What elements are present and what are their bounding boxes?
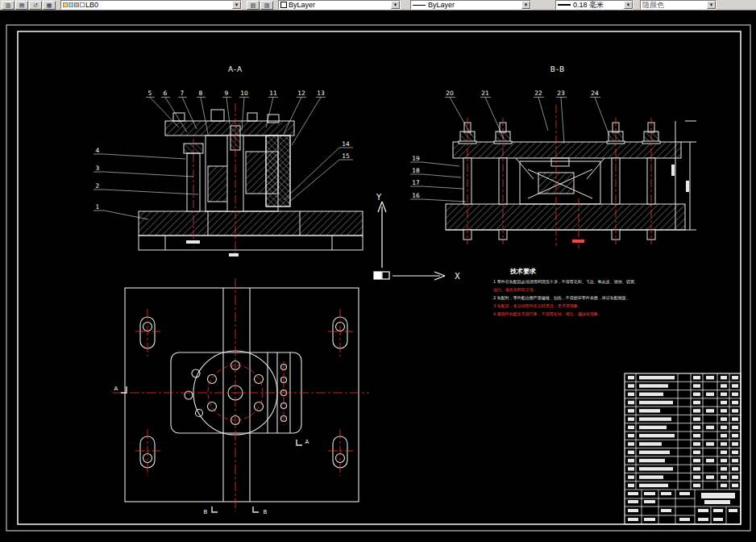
part-label: 8 bbox=[199, 90, 203, 97]
part-label: 19 bbox=[412, 155, 420, 162]
part-label: 5 bbox=[148, 90, 152, 97]
part-label: 15 bbox=[342, 152, 350, 160]
chevron-down-icon[interactable]: ▼ bbox=[391, 1, 400, 9]
part-label: 21 bbox=[481, 90, 489, 97]
part-label: 6 bbox=[164, 90, 168, 97]
part-label: 12 bbox=[297, 90, 305, 97]
color-value: ByLayer bbox=[289, 1, 315, 9]
icon-glyph: ▥ bbox=[6, 2, 11, 8]
layer-lock-icon bbox=[74, 2, 79, 7]
view-aa: A-A bbox=[93, 65, 363, 256]
part-label: 17 bbox=[412, 179, 420, 186]
current-color-swatch bbox=[280, 2, 287, 8]
centerlines-plan bbox=[113, 278, 369, 511]
linetype-sample bbox=[413, 5, 426, 6]
section-mark-label: A bbox=[114, 386, 118, 392]
part-label: 4 bbox=[96, 147, 100, 154]
chevron-down-icon[interactable]: ▼ bbox=[521, 1, 530, 9]
icon-glyph: ▧ bbox=[251, 2, 256, 8]
part-label: 3 bbox=[96, 165, 100, 172]
view-bb: B-B bbox=[410, 65, 696, 248]
part-label: 22 bbox=[534, 90, 542, 97]
layer-color-swatch bbox=[80, 2, 85, 7]
model-space: A-A bbox=[0, 10, 756, 542]
tech-req-line: 油污、着色剂和灰尘等。 bbox=[492, 287, 538, 293]
bom-rows bbox=[625, 376, 741, 487]
tech-req-line: 2 装配时，零件配合面严禁磕碰、划伤，不得损坏零件表面，保证装配精度。 bbox=[493, 295, 630, 301]
section-mark-label: A bbox=[305, 439, 309, 445]
part-label: 20 bbox=[446, 90, 454, 97]
tech-req-line: 3 装配后，各运动部件应运转灵活，无卡滞现象。 bbox=[493, 303, 582, 309]
chevron-down-icon[interactable]: ▼ bbox=[624, 1, 633, 9]
section-mark-label: B bbox=[264, 509, 268, 515]
object-properties-toolbar: ▥ ▤ ↺ ▦ LB0 ▼ ▧ ▨ ByLayer ▼ ByLayer ▼ 0.… bbox=[0, 0, 756, 10]
part-label: 11 bbox=[269, 90, 277, 97]
part-label: 10 bbox=[240, 90, 248, 97]
plot-style-value: 随颜色 bbox=[642, 0, 664, 10]
technical-requirements: 技术要求 1 零件在装配前必须清理和清洗干净，不得有毛刺、飞边、氧化皮、锈蚀、切… bbox=[492, 268, 638, 317]
plot-style-combo[interactable]: 随颜色 ▼ bbox=[640, 0, 717, 10]
layer-freeze-icon bbox=[69, 2, 73, 7]
part-label: 24 bbox=[591, 90, 599, 97]
layer-previous-icon[interactable]: ↺ bbox=[29, 1, 42, 10]
layer-name: LB0 bbox=[85, 1, 98, 9]
color-combo[interactable]: ByLayer ▼ bbox=[278, 0, 401, 10]
icon-glyph: ↺ bbox=[33, 2, 38, 8]
part-label: 18 bbox=[412, 167, 420, 174]
part-label: 23 bbox=[557, 90, 565, 97]
view-plan: A A B B bbox=[113, 278, 369, 515]
tech-req-line: 4 紧固件装配应牢固可靠，不得有松动、错位、漏油等现象。 bbox=[493, 311, 602, 317]
icon-glyph: ▨ bbox=[264, 2, 270, 8]
part-label: 14 bbox=[342, 140, 350, 148]
lineweight-sample bbox=[558, 4, 571, 6]
make-object-layer-current-icon[interactable]: ▥ bbox=[2, 1, 15, 10]
chevron-down-icon[interactable]: ▼ bbox=[707, 1, 716, 9]
layer-states-icon[interactable]: ▦ bbox=[43, 1, 56, 10]
tech-req-line: 1 零件在装配前必须清理和清洗干净，不得有毛刺、飞边、氧化皮、锈蚀、切屑、 bbox=[493, 279, 638, 285]
tech-req-title: 技术要求 bbox=[509, 268, 536, 275]
view-bb-title: B-B bbox=[550, 65, 565, 73]
part-label: 9 bbox=[225, 90, 229, 97]
icon-glyph: ▦ bbox=[47, 2, 52, 8]
lineweight-value: 0.18 毫米 bbox=[573, 0, 604, 10]
part-label: 16 bbox=[412, 192, 420, 199]
linetype-value: ByLayer bbox=[428, 1, 455, 9]
part-label: 2 bbox=[96, 182, 100, 190]
lineweight-combo[interactable]: 0.18 毫米 ▼ bbox=[555, 0, 633, 10]
section-mark-label: B bbox=[204, 509, 208, 515]
layer-on-bulb-icon bbox=[63, 2, 68, 7]
layer-manager-icon[interactable]: ▤ bbox=[15, 1, 28, 10]
part-label: 13 bbox=[317, 90, 325, 97]
view-aa-title: A-A bbox=[228, 65, 243, 73]
drawing-canvas[interactable]: A-A bbox=[0, 10, 756, 542]
ucs-x-axis-label: X bbox=[455, 272, 460, 281]
part-label: 1 bbox=[96, 203, 100, 211]
icon-glyph: ▤ bbox=[19, 2, 25, 8]
title-block-table bbox=[625, 373, 741, 524]
layer-isolate-icon[interactable]: ▨ bbox=[260, 1, 273, 10]
linetype-combo[interactable]: ByLayer ▼ bbox=[410, 0, 531, 10]
cad-application-window: { "colors": { "background": "#000000", "… bbox=[0, 0, 756, 542]
part-label: 7 bbox=[181, 90, 185, 97]
layer-combo[interactable]: LB0 ▼ bbox=[60, 0, 242, 10]
chevron-down-icon[interactable]: ▼ bbox=[232, 1, 241, 9]
layers-icon[interactable]: ▧ bbox=[247, 1, 260, 10]
ucs-y-axis-label: Y bbox=[376, 193, 382, 202]
